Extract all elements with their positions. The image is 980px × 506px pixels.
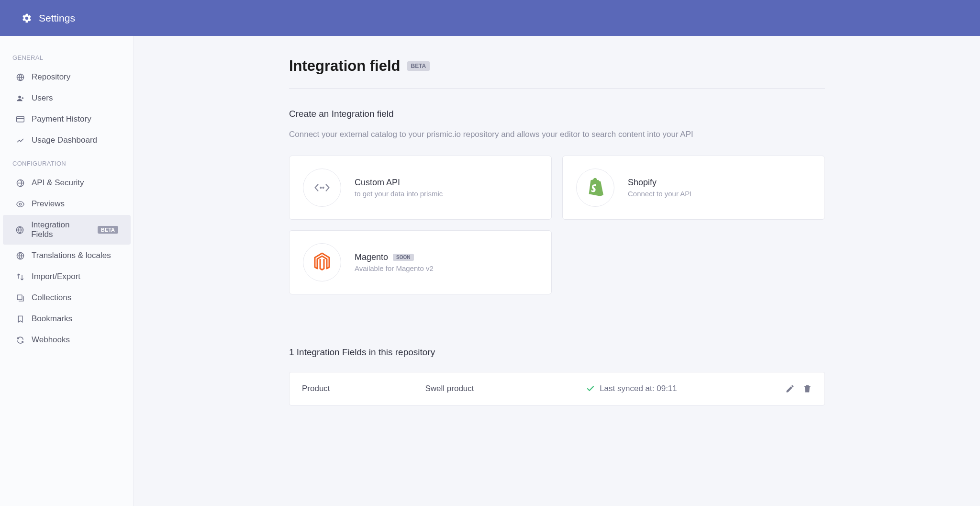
refresh-icon (15, 336, 25, 344)
sidebar-item-label: Collections (32, 293, 71, 303)
globe-icon (15, 179, 25, 187)
svg-point-8 (320, 187, 321, 188)
code-icon (303, 169, 341, 207)
beta-badge: BETA (407, 61, 430, 71)
top-bar: Settings (0, 0, 980, 36)
list-heading: 1 Integration Fields in this repository (289, 347, 825, 358)
stack-icon (15, 294, 25, 302)
sidebar-item-repository[interactable]: Repository (3, 67, 131, 87)
user-icon (15, 94, 25, 102)
sidebar-item-label: Repository (32, 72, 70, 82)
chart-icon (15, 136, 25, 145)
svg-rect-7 (17, 295, 22, 300)
web-icon (15, 252, 25, 260)
svg-rect-2 (16, 116, 24, 122)
sidebar-item-users[interactable]: Users (3, 88, 131, 108)
globe-icon (15, 73, 25, 81)
integration-cards: Custom API to get your data into prismic… (289, 156, 825, 294)
sidebar-item-usage-dashboard[interactable]: Usage Dashboard (3, 130, 131, 150)
card-shopify[interactable]: Shopify Connect to your API (562, 156, 825, 220)
card-title: Custom API (355, 178, 400, 188)
row-type: Swell product (425, 384, 577, 394)
web-icon (15, 226, 24, 234)
integration-row: Product Swell product Last synced at: 09… (289, 372, 825, 405)
row-name: Product (302, 384, 416, 394)
sidebar-item-api-security[interactable]: API & Security (3, 173, 131, 193)
sidebar-item-label: Webhooks (32, 335, 70, 345)
sidebar-item-label: Payment History (32, 114, 91, 124)
card-icon (15, 116, 25, 123)
delete-button[interactable] (802, 384, 812, 394)
sidebar-section-config: CONFIGURATION (0, 151, 134, 172)
card-title: Shopify (628, 178, 657, 188)
soon-badge: SOON (393, 254, 413, 261)
sidebar-item-label: API & Security (32, 178, 84, 188)
shopify-icon (576, 169, 614, 207)
svg-point-1 (18, 95, 21, 98)
card-magento[interactable]: Magento SOON Available for Magento v2 (289, 230, 552, 294)
sidebar: GENERAL Repository Users Payment History… (0, 36, 134, 506)
card-desc: Connect to your API (628, 190, 691, 198)
sidebar-item-collections[interactable]: Collections (3, 288, 131, 308)
svg-point-9 (323, 187, 323, 188)
row-sync: Last synced at: 09:11 (586, 384, 776, 394)
sidebar-item-integration-fields[interactable]: Integration Fields BETA (3, 215, 131, 245)
sidebar-item-label: Previews (32, 199, 65, 209)
sidebar-item-bookmarks[interactable]: Bookmarks (3, 309, 131, 329)
sidebar-item-import-export[interactable]: Import/Export (3, 267, 131, 287)
sidebar-item-label: Integration Fields (31, 220, 91, 239)
sidebar-item-label: Import/Export (32, 272, 80, 281)
sidebar-item-previews[interactable]: Previews (3, 194, 131, 214)
sidebar-item-label: Bookmarks (32, 314, 72, 324)
sidebar-item-label: Translations & locales (32, 251, 111, 260)
row-sync-text: Last synced at: 09:11 (600, 384, 677, 394)
sidebar-item-translations[interactable]: Translations & locales (3, 246, 131, 266)
check-icon (586, 384, 595, 393)
main-content: Integration field BETA Create an Integra… (134, 36, 980, 506)
create-description: Connect your external catalog to your pr… (289, 130, 825, 139)
edit-button[interactable] (785, 384, 795, 394)
svg-point-4 (19, 203, 21, 205)
card-desc: to get your data into prismic (355, 190, 443, 198)
page-title: Integration field (289, 57, 401, 75)
sidebar-item-label: Users (32, 93, 53, 103)
bookmark-icon (15, 315, 25, 323)
swap-icon (15, 273, 25, 281)
sidebar-section-general: GENERAL (0, 45, 134, 66)
beta-badge: BETA (98, 226, 118, 234)
gear-icon (22, 13, 32, 23)
sidebar-item-webhooks[interactable]: Webhooks (3, 330, 131, 350)
card-desc: Available for Magento v2 (355, 264, 434, 272)
page-header: Integration field BETA (289, 57, 825, 89)
eye-icon (15, 200, 25, 208)
row-actions (785, 384, 812, 394)
sidebar-item-label: Usage Dashboard (32, 135, 97, 145)
card-title: Magento (355, 252, 388, 262)
create-heading: Create an Integration field (289, 109, 825, 119)
sidebar-item-payment-history[interactable]: Payment History (3, 109, 131, 129)
magento-icon (303, 243, 341, 281)
card-custom-api[interactable]: Custom API to get your data into prismic (289, 156, 552, 220)
top-bar-title: Settings (39, 12, 75, 24)
